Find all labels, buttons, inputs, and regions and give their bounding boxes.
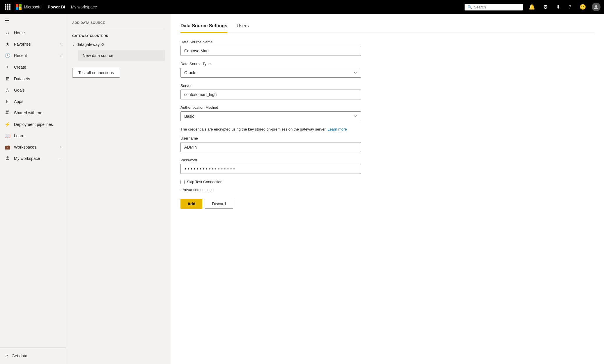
chevron-down-icon: ⌄ [59,156,61,160]
svg-point-4 [8,110,9,112]
help-icon[interactable]: ? [566,3,574,11]
waffle-dot [7,8,8,10]
svg-point-2 [6,110,8,112]
new-datasource-item[interactable]: New data source [78,50,165,61]
sidebar-item-favorites[interactable]: ★ Favorites › [0,38,66,50]
svg-point-0 [595,5,597,8]
waffle-dot [9,6,10,8]
left-panel: ADD DATA SOURCE GATEWAY CLUSTERS ∨ datag… [66,14,171,364]
create-icon: ＋ [5,64,10,70]
sidebar-toggle[interactable]: ☰ [0,14,66,27]
svg-point-3 [6,113,8,114]
notification-icon[interactable]: 🔔 [526,3,537,11]
chevron-right-icon: › [60,53,61,58]
auth-method-label: Authentication Method [180,105,595,110]
datasource-type-select[interactable]: Oracle SQL Server MySQL PostgreSQL [180,68,361,78]
topnav: Microsoft Power BI My workspace 🔍 Search… [0,0,604,14]
sidebar-item-learn[interactable]: 📖 Learn [0,130,66,141]
datasource-name-group: Data Source Name [180,40,595,56]
sidebar-item-label: My workspace [14,156,40,161]
user-avatar[interactable] [592,3,601,11]
chevron-down-icon: ∨ [72,42,75,47]
get-data-icon: ↗ [5,354,8,358]
username-input[interactable] [180,142,361,152]
favorites-icon: ★ [5,41,10,47]
discard-button[interactable]: Discard [205,199,233,209]
tab-users[interactable]: Users [237,21,249,33]
server-group: Server [180,83,595,99]
sidebar-item-apps[interactable]: ⊡ Apps [0,96,66,107]
learn-icon: 📖 [5,133,10,138]
sidebar-item-label: Workspaces [14,145,36,149]
svg-point-5 [7,156,9,158]
svg-point-1 [594,8,598,9]
feedback-icon[interactable]: 🙂 [577,3,588,11]
auth-method-select[interactable]: Basic Windows OAuth2 [180,111,361,121]
datasource-form: Data Source Name Data Source Type Oracle… [180,40,595,209]
waffle-menu[interactable] [3,3,12,11]
search-placeholder: Search [474,5,486,9]
logo-green [19,4,22,7]
test-all-connections-button[interactable]: Test all connections [72,68,120,78]
sidebar-item-home[interactable]: ⌂ Home [0,27,66,38]
datasets-icon: ⊞ [5,76,10,81]
datasource-name-label: Data Source Name [180,40,595,44]
sidebar-item-workspaces[interactable]: 💼 Workspaces › [0,141,66,153]
microsoft-logo: Microsoft [16,4,40,10]
username-label: Username [180,136,595,140]
get-data-label: Get data [12,354,27,358]
sidebar-item-shared-with-me[interactable]: Shared with me [0,107,66,119]
right-panel: Data Source Settings Users Data Source N… [171,14,604,364]
logo-squares [16,4,22,10]
recent-icon: 🕐 [5,53,10,58]
main-content: ADD DATA SOURCE GATEWAY CLUSTERS ∨ datag… [66,14,604,364]
sidebar-item-deployment-pipelines[interactable]: ⚡ Deployment pipelines [0,119,66,130]
sidebar-item-goals[interactable]: ◎ Goals [0,84,66,96]
skip-test-connection-row: Skip Test Connection [180,180,595,184]
sync-icon[interactable]: ⟳ [101,42,105,47]
learn-more-link[interactable]: Learn more [327,127,347,131]
panel-divider [72,29,165,29]
powerbi-label: Power BI [48,5,65,9]
advanced-settings-toggle[interactable]: › Advanced settings [180,188,595,192]
sidebar-item-label: Deployment pipelines [14,122,53,127]
action-buttons: Add Discard [180,199,595,209]
datasource-type-label: Data Source Type [180,62,595,66]
logo-yellow [19,7,22,10]
sidebar-bottom: ↗ Get data [0,347,66,364]
tab-settings[interactable]: Data Source Settings [180,21,227,33]
sidebar-item-recent[interactable]: 🕐 Recent › [0,50,66,61]
server-label: Server [180,83,595,88]
workspaces-icon: 💼 [5,144,10,150]
username-group: Username [180,136,595,152]
server-input[interactable] [180,90,361,99]
sidebar-item-create[interactable]: ＋ Create [0,61,66,73]
shared-icon [5,110,10,116]
settings-icon[interactable]: ⚙ [541,3,550,11]
datasource-name-input[interactable] [180,46,361,56]
gateway-clusters-label: GATEWAY CLUSTERS [72,34,165,38]
workspace-label: My workspace [71,5,97,9]
home-icon: ⌂ [5,30,10,35]
sidebar-item-label: Datasets [14,76,30,81]
sidebar-item-label: Create [14,65,26,69]
sidebar-item-datasets[interactable]: ⊞ Datasets [0,73,66,84]
microsoft-label: Microsoft [24,5,40,9]
get-data-item[interactable]: ↗ Get data [5,351,61,361]
add-button[interactable]: Add [180,199,202,209]
sidebar-item-label: Goals [14,88,25,92]
topnav-divider [44,3,44,10]
waffle-dot [5,8,6,10]
gateway-item[interactable]: ∨ datagateway ⟳ [72,41,165,48]
skip-test-connection-checkbox[interactable] [180,180,185,184]
chevron-right-icon: › [60,42,61,46]
waffle-dot [7,6,8,8]
sidebar: ☰ ⌂ Home ★ Favorites › 🕐 Recent › ＋ Crea… [0,14,66,364]
sidebar-item-my-workspace[interactable]: My workspace ⌄ [0,153,66,164]
waffle-dot [5,6,6,8]
password-input[interactable] [180,164,361,174]
logo-red [16,4,18,7]
search-box[interactable]: 🔍 Search [465,4,523,10]
download-icon[interactable]: ⬇ [554,3,563,11]
search-icon: 🔍 [467,5,472,9]
